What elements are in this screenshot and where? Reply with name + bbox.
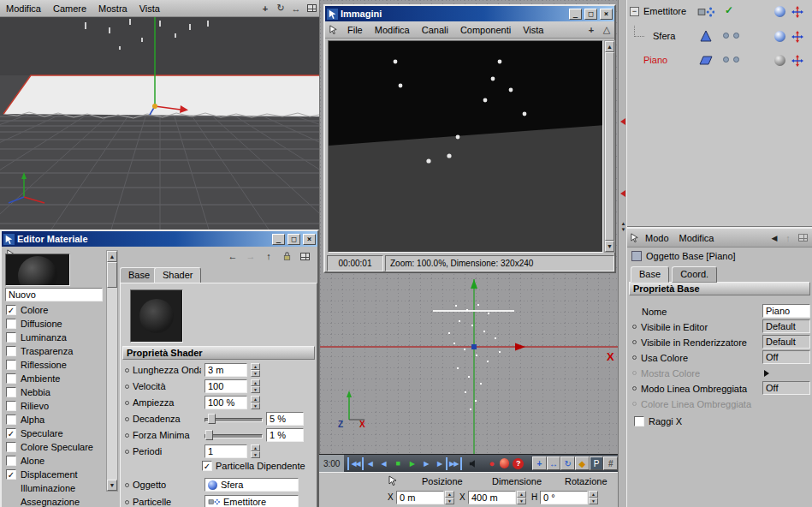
record-rotation-toggle[interactable]: ↻: [560, 456, 575, 470]
anim-dot[interactable]: [125, 450, 129, 454]
channel-checkbox[interactable]: [6, 360, 16, 370]
editor-visibility-dot[interactable]: [723, 57, 729, 63]
menu-componenti[interactable]: Componenti: [454, 22, 517, 38]
forward-icon[interactable]: →: [243, 249, 258, 263]
perspective-viewport-canvas[interactable]: [0, 17, 319, 230]
channel-checkbox[interactable]: [6, 442, 16, 452]
menu-mostra[interactable]: Mostra: [92, 1, 133, 16]
channel-row-assegnazione[interactable]: Assegnazione: [3, 495, 104, 507]
sphere-object-icon[interactable]: [699, 29, 713, 45]
goto-start-button[interactable]: ◀◀: [347, 457, 362, 470]
render-visibility-dot[interactable]: [733, 57, 739, 63]
anim-dot[interactable]: [125, 433, 129, 438]
anim-dot[interactable]: [632, 386, 637, 391]
object-label[interactable]: Piano: [643, 55, 667, 65]
channel-row-luminanza[interactable]: Luminanza: [3, 331, 104, 344]
prev-frame-button[interactable]: ◀: [376, 457, 391, 470]
maximize-button[interactable]: □: [584, 9, 597, 20]
plane-object-icon[interactable]: [699, 54, 713, 68]
expression-tag-icon[interactable]: [791, 31, 803, 45]
menu-camere[interactable]: Camere: [47, 1, 92, 16]
lock-icon[interactable]: [279, 249, 294, 263]
channel-checkbox[interactable]: [6, 387, 16, 397]
menu-modifica[interactable]: Modifica: [0, 1, 47, 16]
shader-preview[interactable]: [130, 289, 183, 343]
image-zoom-icon[interactable]: △: [599, 23, 614, 37]
menu-file[interactable]: File: [341, 22, 369, 38]
menu-modifica[interactable]: Modifica: [369, 22, 416, 38]
menu-canali[interactable]: Canali: [416, 22, 454, 38]
stop-button[interactable]: ■: [390, 457, 405, 470]
keyframe-selection-toggle[interactable]: #: [603, 456, 618, 470]
xray-checkbox[interactable]: [634, 416, 644, 426]
particle-tag-icon[interactable]: [774, 6, 785, 19]
coords-manager-icon[interactable]: [388, 475, 398, 487]
decay-input[interactable]: 5 %: [266, 412, 304, 426]
expression-tag-icon[interactable]: [791, 55, 803, 69]
decay-slider[interactable]: [204, 413, 263, 425]
record-button[interactable]: ●: [485, 457, 498, 470]
history-back-icon[interactable]: ◀: [768, 231, 780, 245]
pane-divider[interactable]: ▲▼: [618, 0, 627, 507]
enabled-checkmark[interactable]: ✓: [725, 4, 733, 16]
channel-row-rilievo[interactable]: Rilievo: [3, 399, 104, 413]
channel-row-alpha[interactable]: Alpha: [3, 413, 104, 426]
coords-header-dimensione[interactable]: Dimensione: [492, 476, 542, 486]
channel-checkbox[interactable]: [6, 373, 16, 384]
close-button[interactable]: ×: [600, 9, 613, 20]
rendered-image[interactable]: [328, 40, 603, 253]
anim-dot[interactable]: [125, 500, 129, 504]
record-position-toggle[interactable]: +: [532, 456, 547, 470]
goto-end-button[interactable]: ▶▶: [447, 457, 462, 470]
channel-scrollbar[interactable]: ▲ ▼: [106, 250, 118, 492]
channel-row-speculare[interactable]: ✓Speculare: [3, 426, 104, 440]
channel-row-trasparenza[interactable]: Trasparenza: [3, 344, 104, 358]
position-x-spinner[interactable]: ▲▼: [445, 491, 454, 504]
pane-scroll-left-icon[interactable]: [620, 118, 625, 125]
anim-dot[interactable]: [125, 401, 129, 405]
coords-header-rotazione[interactable]: Rotazione: [565, 476, 608, 486]
pane-scroll-left-icon[interactable]: [620, 190, 625, 197]
scroll-thumb[interactable]: [107, 262, 117, 288]
velocity-input[interactable]: 100: [204, 379, 247, 393]
channel-checkbox[interactable]: [6, 401, 16, 411]
submenu-arrow-icon[interactable]: [764, 370, 769, 377]
object-link-box[interactable]: Sfera: [204, 478, 299, 492]
anim-dot[interactable]: [632, 340, 637, 344]
play-button[interactable]: ▶: [405, 457, 419, 470]
images-titlebar[interactable]: Immagini _ □ ×: [325, 6, 614, 21]
size-x-input[interactable]: 400 m: [468, 491, 516, 504]
channel-row-riflessione[interactable]: Riflessione: [3, 358, 104, 372]
coords-header-posizione[interactable]: Posizione: [422, 476, 463, 486]
maximize-button[interactable]: □: [287, 234, 300, 245]
layout-icon[interactable]: [297, 249, 312, 263]
channel-checkbox[interactable]: [6, 456, 16, 466]
channel-row-displacement[interactable]: ✓Displacement: [3, 468, 104, 481]
min-force-input[interactable]: 1 %: [266, 428, 304, 442]
attribute-nav-icon[interactable]: [630, 233, 639, 242]
expression-tag-icon[interactable]: [791, 6, 803, 20]
record-material-icon[interactable]: [500, 458, 510, 468]
periods-input[interactable]: 1: [204, 444, 247, 458]
object-row-sfera[interactable]: Sfera: [627, 26, 812, 50]
channel-checkbox[interactable]: [6, 415, 16, 425]
channel-row-diffusione[interactable]: Diffusione: [3, 317, 104, 331]
periods-spinner[interactable]: ▲▼: [251, 444, 260, 458]
plane-object[interactable]: [3, 75, 319, 116]
channel-checkbox[interactable]: ✓: [6, 428, 16, 438]
anim-dot[interactable]: [632, 325, 637, 329]
channel-checkbox[interactable]: [6, 346, 16, 356]
visible-editor-dropdown[interactable]: Default: [762, 319, 810, 333]
channel-checkbox[interactable]: [6, 332, 16, 343]
image-pan-icon[interactable]: +: [584, 23, 599, 37]
size-x-spinner[interactable]: ▲▼: [517, 491, 526, 504]
particle-dependent-checkbox[interactable]: ✓: [202, 461, 212, 471]
slider-thumb[interactable]: [208, 414, 216, 424]
slider-thumb[interactable]: [205, 430, 213, 440]
prev-key-button[interactable]: ◀: [362, 457, 376, 470]
menu-vista[interactable]: Vista: [133, 1, 166, 16]
object-origin-handle[interactable]: [471, 344, 477, 349]
rotation-h-input[interactable]: 0 °: [540, 491, 588, 504]
scroll-up-icon[interactable]: ▲: [107, 251, 117, 262]
camera-zoom-icon[interactable]: ↔: [288, 2, 304, 15]
